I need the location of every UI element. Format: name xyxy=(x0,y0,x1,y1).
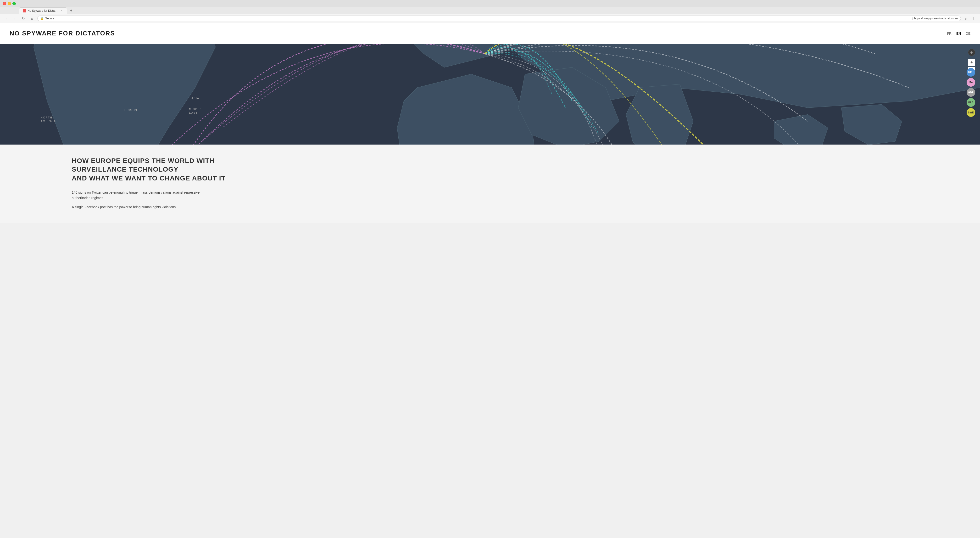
new-tab-button[interactable]: + xyxy=(68,7,75,14)
nav-bar: ‹ › ↻ ⌂ 🔒 Secure | https://no-spyware-fo… xyxy=(0,14,980,23)
active-tab[interactable]: No Spyware for Dictators × xyxy=(19,7,67,14)
tab-favicon xyxy=(23,9,26,13)
address-separator: | xyxy=(912,17,913,20)
badge-deu[interactable]: DEU xyxy=(967,68,975,76)
content-section: HOW EUROPE EQUIPS THE WORLD WITH SURVEIL… xyxy=(0,145,980,223)
heading-line2: SURVEILLANCE TECHNOLOGY xyxy=(72,166,178,173)
label-europe: EUROPE xyxy=(124,109,138,111)
secure-label: Secure xyxy=(45,17,911,20)
heading-line1: HOW EUROPE EQUIPS THE WORLD WITH xyxy=(72,157,215,164)
secure-icon: 🔒 xyxy=(40,17,44,20)
tab-close-button[interactable]: × xyxy=(60,9,64,13)
zoom-in-button[interactable]: + xyxy=(968,59,975,66)
tab-title: No Spyware for Dictators xyxy=(27,9,59,13)
website: NO SPYWARE FOR DICTATORS FR EN DE xyxy=(0,23,980,223)
back-button[interactable]: ‹ xyxy=(3,15,10,22)
title-bar xyxy=(0,0,980,7)
minimize-traffic-light[interactable] xyxy=(8,2,11,5)
label-asia: ASIA xyxy=(191,97,199,100)
label-north-america: NORTHAMERICA xyxy=(41,116,56,123)
main-heading: HOW EUROPE EQUIPS THE WORLD WITH SURVEIL… xyxy=(72,156,239,183)
star-button[interactable]: ☆ xyxy=(963,15,969,22)
arc-lines-svg xyxy=(0,44,980,145)
forward-button[interactable]: › xyxy=(11,15,18,22)
close-traffic-light[interactable] xyxy=(3,2,6,5)
compass-button[interactable]: ⊕ xyxy=(968,49,975,56)
lang-fr[interactable]: FR xyxy=(947,32,951,35)
address-url: https://no-spyware-for-dictators.eu xyxy=(914,17,958,20)
intro-paragraph-2: A single Facebook post has the power to … xyxy=(72,204,215,210)
country-badges: DEU ITA GBR FRA SWE xyxy=(967,68,975,117)
address-bar[interactable]: 🔒 Secure | https://no-spyware-for-dictat… xyxy=(37,16,961,21)
menu-button[interactable]: ⋮ xyxy=(970,15,977,22)
heading-line3: AND WHAT WE WANT TO CHANGE ABOUT IT xyxy=(72,175,226,182)
language-nav: FR EN DE xyxy=(947,32,970,35)
tab-bar: No Spyware for Dictators × + xyxy=(0,7,980,14)
lang-de[interactable]: DE xyxy=(966,32,970,35)
site-title: NO SPYWARE FOR DICTATORS xyxy=(10,30,115,37)
badge-swe[interactable]: SWE xyxy=(967,108,975,117)
maximize-traffic-light[interactable] xyxy=(13,2,16,5)
lang-en[interactable]: EN xyxy=(956,32,961,35)
badge-ita[interactable]: ITA xyxy=(967,78,975,87)
site-header: NO SPYWARE FOR DICTATORS FR EN DE xyxy=(0,23,980,44)
label-middle-east: MIDDLEEAST xyxy=(189,107,202,115)
browser-chrome: No Spyware for Dictators × + ‹ › ↻ ⌂ 🔒 S… xyxy=(0,0,980,23)
badge-fra[interactable]: FRA xyxy=(967,98,975,107)
home-button[interactable]: ⌂ xyxy=(29,15,35,22)
map-section: NORTHAMERICA EUROPE MIDDLEEAST ASIA ⊕ + … xyxy=(0,44,980,145)
nav-right-icons: ☆ ⋮ xyxy=(963,15,977,22)
traffic-lights xyxy=(3,2,16,5)
badge-gbr[interactable]: GBR xyxy=(967,88,975,97)
refresh-button[interactable]: ↻ xyxy=(20,15,27,22)
intro-paragraph-1: 140 signs on Twitter can be enough to tr… xyxy=(72,190,215,201)
